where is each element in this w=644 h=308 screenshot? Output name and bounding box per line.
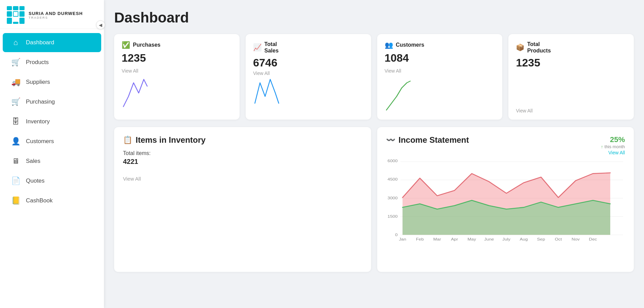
logo-text: SURIA AND DURWESH TRADERS bbox=[29, 11, 83, 19]
customers-view-all-link[interactable]: View All bbox=[385, 68, 495, 74]
income-view-all-link[interactable]: View All bbox=[601, 150, 625, 155]
main-content: Dashboard ✅ Purchases 1235 View All 📈 To bbox=[104, 0, 644, 308]
sidebar-label-purchasing: Purchasing bbox=[26, 98, 55, 105]
customers-icon: 👤 bbox=[11, 137, 20, 146]
svg-text:1500: 1500 bbox=[387, 214, 398, 219]
svg-text:3000: 3000 bbox=[387, 196, 398, 200]
sidebar-label-inventory: Inventory bbox=[26, 118, 50, 125]
quotes-icon: 📄 bbox=[11, 176, 20, 185]
income-percent: 25% bbox=[601, 135, 625, 144]
bottom-row: 📋 Items in Inventory Total items: 4221 V… bbox=[114, 127, 634, 272]
sidebar-item-suppliers[interactable]: 🚚 Suppliers bbox=[3, 73, 101, 92]
svg-text:Feb: Feb bbox=[416, 237, 424, 242]
svg-text:4500: 4500 bbox=[387, 177, 398, 182]
income-month: ↑ this month bbox=[601, 144, 625, 149]
svg-text:Mar: Mar bbox=[433, 237, 441, 242]
total-products-view-all-link[interactable]: View All bbox=[516, 108, 626, 113]
suppliers-icon: 🚚 bbox=[11, 78, 20, 87]
purchases-card-icon: ✅ bbox=[122, 41, 130, 49]
sidebar-label-products: Products bbox=[26, 59, 49, 66]
stat-card-total-products: 📦 TotalProducts 1235 View All bbox=[508, 34, 634, 120]
income-header: 〰️ Income Statement 25% ↑ this month Vie… bbox=[386, 135, 625, 155]
svg-text:June: June bbox=[484, 237, 494, 242]
products-icon: 🛒 bbox=[11, 58, 20, 67]
sidebar-item-sales[interactable]: 🖥 Sales bbox=[3, 152, 101, 171]
total-sales-card-icon: 📈 bbox=[253, 43, 262, 51]
purchases-card-value: 1235 bbox=[122, 52, 232, 64]
inventory-total-value: 4221 bbox=[123, 158, 362, 166]
sidebar: ◀ SURIA AND DURWESH TRADERS ⌂ Dashboard … bbox=[0, 0, 104, 308]
purchases-sparkline bbox=[122, 76, 149, 113]
stats-row: ✅ Purchases 1235 View All 📈 TotalSales 6… bbox=[114, 34, 634, 120]
home-icon: ⌂ bbox=[11, 38, 20, 47]
purchasing-icon: 🛒 bbox=[11, 97, 20, 106]
sidebar-label-cashbook: CashBook bbox=[26, 197, 52, 204]
sidebar-item-inventory[interactable]: 🗄 Inventory bbox=[3, 112, 101, 131]
sidebar-label-sales: Sales bbox=[26, 158, 41, 165]
stat-card-customers: 👥 Customers 1084 View All bbox=[377, 34, 503, 120]
sidebar-item-dashboard[interactable]: ⌂ Dashboard bbox=[3, 33, 101, 52]
logo: SURIA AND DURWESH TRADERS bbox=[0, 0, 104, 29]
total-sales-view-all-link[interactable]: View All bbox=[253, 71, 364, 76]
sidebar-label-dashboard: Dashboard bbox=[26, 39, 54, 46]
svg-text:July: July bbox=[502, 237, 511, 242]
sidebar-label-quotes: Quotes bbox=[26, 178, 45, 184]
inventory-card: 📋 Items in Inventory Total items: 4221 V… bbox=[114, 127, 371, 272]
svg-text:0: 0 bbox=[395, 233, 398, 237]
customers-card-value: 1084 bbox=[385, 52, 495, 64]
svg-text:6000: 6000 bbox=[387, 159, 398, 164]
stat-card-purchases: ✅ Purchases 1235 View All bbox=[114, 34, 240, 120]
total-sales-sparkline bbox=[253, 76, 280, 113]
svg-text:Nov: Nov bbox=[571, 237, 580, 242]
income-month-label: this month bbox=[604, 144, 625, 149]
svg-text:Sep: Sep bbox=[537, 237, 545, 242]
sidebar-item-cashbook[interactable]: 📒 CashBook bbox=[3, 191, 101, 210]
sidebar-nav: ⌂ Dashboard 🛒 Products 🚚 Suppliers 🛒 Pur… bbox=[0, 29, 104, 308]
total-sales-card-title: TotalSales bbox=[264, 41, 279, 54]
inventory-icon: 🗄 bbox=[11, 117, 20, 126]
purchases-view-all-link[interactable]: View All bbox=[122, 68, 232, 74]
sidebar-item-purchasing[interactable]: 🛒 Purchasing bbox=[3, 92, 101, 111]
inventory-card-icon: 📋 bbox=[123, 136, 132, 144]
logo-grid-icon bbox=[7, 6, 25, 24]
customers-sparkline bbox=[385, 76, 412, 113]
svg-text:Oct: Oct bbox=[555, 237, 562, 242]
svg-text:Apr: Apr bbox=[451, 237, 458, 242]
total-products-card-title: TotalProducts bbox=[527, 41, 551, 54]
income-chart: 6000 4500 3000 1500 0 Jan Feb bbox=[386, 159, 625, 264]
customers-card-icon: 👥 bbox=[385, 41, 393, 49]
cashbook-icon: 📒 bbox=[11, 196, 20, 205]
total-products-card-value: 1235 bbox=[516, 57, 626, 69]
svg-text:May: May bbox=[467, 237, 476, 242]
sidebar-label-suppliers: Suppliers bbox=[26, 79, 50, 86]
company-name: SURIA AND DURWESH bbox=[29, 11, 83, 16]
sidebar-toggle-button[interactable]: ◀ bbox=[96, 20, 105, 29]
stat-card-total-sales: 📈 TotalSales 6746 View All bbox=[246, 34, 371, 120]
sidebar-item-quotes[interactable]: 📄 Quotes bbox=[3, 171, 101, 190]
income-card-title: Income Statement bbox=[399, 135, 469, 145]
total-sales-card-value: 6746 bbox=[253, 57, 364, 69]
income-statement-card: 〰️ Income Statement 25% ↑ this month Vie… bbox=[377, 127, 634, 272]
customers-card-title: Customers bbox=[396, 42, 425, 48]
income-stats-right: 25% ↑ this month View All bbox=[601, 135, 625, 155]
total-products-card-icon: 📦 bbox=[516, 43, 524, 51]
inventory-card-header: 📋 Items in Inventory bbox=[123, 135, 362, 145]
svg-text:Dec: Dec bbox=[589, 237, 597, 242]
income-title-group: 〰️ Income Statement bbox=[386, 135, 469, 145]
svg-text:Jan: Jan bbox=[399, 237, 406, 242]
income-card-icon: 〰️ bbox=[386, 136, 395, 144]
inventory-view-all-link[interactable]: View All bbox=[123, 176, 141, 182]
page-title: Dashboard bbox=[114, 10, 634, 26]
purchases-card-title: Purchases bbox=[133, 42, 160, 48]
sidebar-label-customers: Customers bbox=[26, 138, 54, 145]
sales-icon: 🖥 bbox=[11, 157, 20, 166]
inventory-total-label: Total items: bbox=[123, 150, 362, 156]
inventory-card-title: Items in Inventory bbox=[136, 135, 205, 145]
company-sub: TRADERS bbox=[29, 16, 83, 19]
sidebar-item-customers[interactable]: 👤 Customers bbox=[3, 132, 101, 151]
sidebar-item-products[interactable]: 🛒 Products bbox=[3, 53, 101, 72]
svg-text:Aug: Aug bbox=[520, 237, 528, 242]
